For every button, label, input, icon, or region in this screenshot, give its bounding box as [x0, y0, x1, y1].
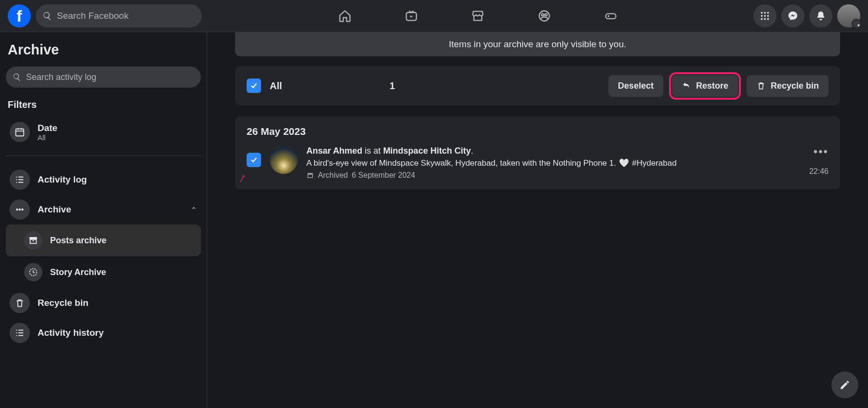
video-icon: [405, 9, 418, 23]
clock-icon: [24, 263, 42, 281]
sidebar-item-label: Story Archive: [50, 267, 106, 277]
sidebar-item-activity-history[interactable]: Activity history: [6, 318, 201, 348]
filter-date[interactable]: Date All: [6, 117, 201, 147]
nav-watch[interactable]: [380, 2, 443, 29]
svg-point-11: [761, 18, 763, 20]
nav-home[interactable]: [314, 2, 376, 29]
sidebar-item-story-archive[interactable]: Story Archive: [6, 256, 201, 288]
search-icon: [42, 11, 52, 21]
home-icon: [338, 9, 352, 23]
button-label: Restore: [696, 81, 728, 91]
messenger-button[interactable]: [781, 4, 804, 27]
svg-point-2: [541, 13, 544, 16]
svg-point-10: [767, 15, 769, 17]
post-title: Ansar Ahmed is at Mindspace Hitch City.: [306, 146, 801, 156]
svg-rect-18: [30, 237, 37, 239]
selection-toolbar: All 1 Deselect Restore Recycle bin: [235, 66, 840, 105]
archive-box-icon: [24, 231, 42, 250]
groups-icon: [538, 9, 551, 23]
edit-fab[interactable]: [831, 371, 858, 398]
trash-icon: [10, 293, 30, 313]
post-time: 22:46: [809, 167, 829, 176]
filter-date-value: All: [38, 133, 57, 142]
svg-point-16: [19, 209, 21, 211]
sidebar: Archive Search activity log Filters Date…: [0, 32, 207, 408]
svg-point-15: [16, 209, 18, 211]
trash-icon: [756, 81, 766, 91]
right-nav: ▾: [753, 4, 860, 27]
facebook-logo[interactable]: f: [8, 4, 31, 27]
archive-icon: [306, 171, 314, 179]
svg-point-7: [767, 12, 769, 14]
svg-point-8: [761, 15, 763, 17]
calendar-icon: [10, 122, 30, 142]
sidebar-item-recycle-bin[interactable]: Recycle bin: [6, 288, 201, 318]
sidebar-item-posts-archive[interactable]: Posts archive: [6, 224, 201, 256]
svg-point-13: [767, 18, 769, 20]
nav-marketplace[interactable]: [447, 2, 509, 29]
svg-rect-19: [30, 239, 37, 243]
svg-point-9: [764, 15, 766, 17]
sidebar-item-label: Activity history: [38, 328, 197, 338]
svg-point-5: [761, 12, 763, 14]
sidebar-item-label: Activity log: [38, 174, 197, 185]
archived-date: 6 September 2024: [352, 171, 415, 180]
svg-point-6: [764, 12, 766, 14]
post-description: A bird's-eye view of Mindspace Skywalk, …: [306, 158, 801, 168]
svg-rect-14: [16, 129, 24, 136]
top-navigation: f Search Facebook ▾: [0, 0, 868, 32]
annotation-arrow-icon: [238, 174, 247, 183]
post-body[interactable]: Ansar Ahmed is at Mindspace Hitch City. …: [306, 146, 801, 180]
chevron-up-icon: ⌄: [191, 205, 197, 214]
post-meta: Archived 6 September 2024: [306, 171, 801, 180]
post-checkbox[interactable]: [247, 153, 261, 167]
deselect-button[interactable]: Deselect: [608, 75, 663, 97]
sidebar-item-label: Archive: [38, 204, 183, 215]
post-verb: is at: [362, 146, 383, 156]
archive-date-group: 26 May 2023 Ansar Ahmed is at Mindspace …: [235, 116, 840, 189]
archived-post-row: Ansar Ahmed is at Mindspace Hitch City. …: [247, 146, 829, 180]
recycle-bin-button[interactable]: Recycle bin: [747, 75, 829, 97]
messenger-icon: [788, 11, 798, 21]
undo-icon: [682, 81, 691, 91]
page-title: Archive: [6, 42, 201, 58]
sidebar-item-archive[interactable]: Archive ⌄: [6, 195, 201, 224]
svg-point-3: [545, 13, 547, 16]
button-label: Recycle bin: [771, 81, 819, 91]
group-date-heading: 26 May 2023: [247, 126, 829, 137]
sidebar-item-label: Posts archive: [50, 236, 106, 246]
activity-search-placeholder: Search activity log: [26, 72, 96, 82]
global-search-placeholder: Search Facebook: [57, 11, 129, 21]
account-avatar[interactable]: ▾: [837, 4, 860, 27]
post-thumbnail[interactable]: [270, 146, 298, 174]
menu-button[interactable]: [753, 4, 776, 27]
notifications-button[interactable]: [809, 4, 832, 27]
list-icon: [10, 323, 30, 343]
post-period: .: [471, 146, 473, 156]
grid-icon: [760, 11, 770, 21]
sidebar-item-activity-log[interactable]: Activity log: [6, 165, 201, 195]
button-label: Deselect: [618, 81, 654, 91]
archived-label: Archived: [318, 171, 348, 180]
post-place: Mindspace Hitch City: [383, 146, 471, 156]
global-search-input[interactable]: Search Facebook: [36, 4, 202, 27]
restore-button[interactable]: Restore: [672, 75, 738, 97]
post-author: Ansar Ahmed: [306, 146, 362, 156]
check-icon: [250, 156, 258, 164]
post-options-button[interactable]: •••: [814, 146, 829, 158]
gaming-icon: [604, 9, 618, 23]
svg-rect-22: [308, 174, 312, 178]
svg-point-1: [539, 11, 549, 21]
search-icon: [13, 73, 21, 81]
svg-rect-21: [308, 173, 313, 174]
nav-gaming[interactable]: [579, 2, 642, 29]
edit-icon: [839, 379, 851, 391]
more-icon: [10, 199, 30, 220]
list-icon: [10, 170, 30, 190]
post-hashtag: #Hyderabad: [632, 158, 677, 168]
activity-search-input[interactable]: Search activity log: [6, 66, 201, 88]
filter-date-label: Date: [38, 123, 57, 133]
nav-groups[interactable]: [513, 2, 576, 29]
svg-point-12: [764, 18, 766, 20]
svg-point-17: [22, 209, 24, 211]
